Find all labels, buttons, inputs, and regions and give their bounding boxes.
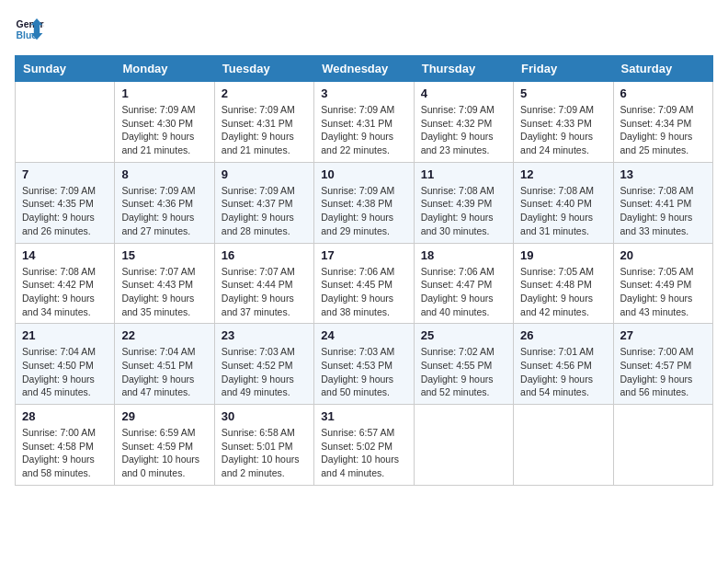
calendar-cell: 10Sunrise: 7:09 AM Sunset: 4:38 PM Dayli… <box>314 162 414 243</box>
day-info: Sunrise: 7:09 AM Sunset: 4:31 PM Dayligh… <box>321 103 406 157</box>
day-info: Sunrise: 6:58 AM Sunset: 5:01 PM Dayligh… <box>222 426 307 480</box>
day-number: 18 <box>421 248 506 262</box>
day-info: Sunrise: 7:00 AM Sunset: 4:57 PM Dayligh… <box>620 345 706 399</box>
calendar-week-row: 1Sunrise: 7:09 AM Sunset: 4:30 PM Daylig… <box>16 82 713 163</box>
day-info: Sunrise: 7:04 AM Sunset: 4:51 PM Dayligh… <box>121 345 207 399</box>
weekday-header-monday: Monday <box>115 56 214 82</box>
day-number: 10 <box>321 167 406 181</box>
day-number: 16 <box>222 248 307 262</box>
page-header: General Blue <box>15 15 713 44</box>
logo: General Blue <box>15 15 44 44</box>
day-info: Sunrise: 7:08 AM Sunset: 4:39 PM Dayligh… <box>421 184 506 238</box>
calendar-cell: 6Sunrise: 7:09 AM Sunset: 4:34 PM Daylig… <box>613 82 712 163</box>
day-number: 27 <box>620 328 706 342</box>
calendar-cell: 19Sunrise: 7:05 AM Sunset: 4:48 PM Dayli… <box>514 243 613 324</box>
calendar-cell: 23Sunrise: 7:03 AM Sunset: 4:52 PM Dayli… <box>214 324 313 405</box>
day-number: 30 <box>222 409 307 423</box>
day-info: Sunrise: 7:08 AM Sunset: 4:42 PM Dayligh… <box>22 265 108 319</box>
weekday-header-thursday: Thursday <box>414 56 513 82</box>
day-info: Sunrise: 7:07 AM Sunset: 4:43 PM Dayligh… <box>121 265 207 319</box>
day-number: 28 <box>22 409 108 423</box>
calendar-cell: 15Sunrise: 7:07 AM Sunset: 4:43 PM Dayli… <box>115 243 214 324</box>
day-info: Sunrise: 7:09 AM Sunset: 4:37 PM Dayligh… <box>222 184 307 238</box>
day-number: 21 <box>22 328 108 342</box>
day-info: Sunrise: 7:09 AM Sunset: 4:34 PM Dayligh… <box>620 103 706 157</box>
day-info: Sunrise: 7:03 AM Sunset: 4:53 PM Dayligh… <box>321 345 406 399</box>
calendar-week-row: 28Sunrise: 7:00 AM Sunset: 4:58 PM Dayli… <box>16 405 713 486</box>
calendar-cell: 24Sunrise: 7:03 AM Sunset: 4:53 PM Dayli… <box>314 324 414 405</box>
day-number: 23 <box>222 328 307 342</box>
day-info: Sunrise: 7:07 AM Sunset: 4:44 PM Dayligh… <box>222 265 307 319</box>
weekday-header-wednesday: Wednesday <box>314 56 414 82</box>
calendar-cell: 14Sunrise: 7:08 AM Sunset: 4:42 PM Dayli… <box>16 243 115 324</box>
day-number: 17 <box>321 248 406 262</box>
calendar-table: SundayMondayTuesdayWednesdayThursdayFrid… <box>15 55 713 486</box>
day-info: Sunrise: 7:04 AM Sunset: 4:50 PM Dayligh… <box>22 345 108 399</box>
day-info: Sunrise: 7:09 AM Sunset: 4:36 PM Dayligh… <box>121 184 207 238</box>
calendar-cell: 26Sunrise: 7:01 AM Sunset: 4:56 PM Dayli… <box>514 324 613 405</box>
calendar-cell: 29Sunrise: 6:59 AM Sunset: 4:59 PM Dayli… <box>115 405 214 486</box>
calendar-cell: 20Sunrise: 7:05 AM Sunset: 4:49 PM Dayli… <box>613 243 712 324</box>
day-number: 11 <box>421 167 506 181</box>
day-info: Sunrise: 7:08 AM Sunset: 4:40 PM Dayligh… <box>520 184 606 238</box>
day-info: Sunrise: 7:09 AM Sunset: 4:31 PM Dayligh… <box>222 103 307 157</box>
logo-icon: General Blue <box>15 15 44 44</box>
day-number: 19 <box>520 248 606 262</box>
calendar-cell: 9Sunrise: 7:09 AM Sunset: 4:37 PM Daylig… <box>214 162 313 243</box>
day-info: Sunrise: 7:02 AM Sunset: 4:55 PM Dayligh… <box>421 345 506 399</box>
day-info: Sunrise: 6:59 AM Sunset: 4:59 PM Dayligh… <box>121 426 207 480</box>
day-info: Sunrise: 7:09 AM Sunset: 4:30 PM Dayligh… <box>121 103 207 157</box>
day-number: 7 <box>22 167 108 181</box>
day-info: Sunrise: 7:05 AM Sunset: 4:49 PM Dayligh… <box>620 265 706 319</box>
calendar-cell: 11Sunrise: 7:08 AM Sunset: 4:39 PM Dayli… <box>414 162 513 243</box>
weekday-header-saturday: Saturday <box>613 56 712 82</box>
day-number: 4 <box>421 86 506 100</box>
calendar-cell: 7Sunrise: 7:09 AM Sunset: 4:35 PM Daylig… <box>16 162 115 243</box>
day-number: 29 <box>121 409 207 423</box>
day-number: 24 <box>321 328 406 342</box>
day-number: 31 <box>321 409 406 423</box>
day-number: 8 <box>121 167 207 181</box>
calendar-cell: 25Sunrise: 7:02 AM Sunset: 4:55 PM Dayli… <box>414 324 513 405</box>
day-info: Sunrise: 6:57 AM Sunset: 5:02 PM Dayligh… <box>321 426 406 480</box>
calendar-cell: 2Sunrise: 7:09 AM Sunset: 4:31 PM Daylig… <box>214 82 313 163</box>
day-info: Sunrise: 7:03 AM Sunset: 4:52 PM Dayligh… <box>222 345 307 399</box>
calendar-cell: 18Sunrise: 7:06 AM Sunset: 4:47 PM Dayli… <box>414 243 513 324</box>
calendar-cell: 4Sunrise: 7:09 AM Sunset: 4:32 PM Daylig… <box>414 82 513 163</box>
day-number: 13 <box>620 167 706 181</box>
day-info: Sunrise: 7:06 AM Sunset: 4:47 PM Dayligh… <box>421 265 506 319</box>
calendar-cell: 21Sunrise: 7:04 AM Sunset: 4:50 PM Dayli… <box>16 324 115 405</box>
day-info: Sunrise: 7:06 AM Sunset: 4:45 PM Dayligh… <box>321 265 406 319</box>
day-number: 20 <box>620 248 706 262</box>
day-info: Sunrise: 7:00 AM Sunset: 4:58 PM Dayligh… <box>22 426 108 480</box>
day-info: Sunrise: 7:09 AM Sunset: 4:32 PM Dayligh… <box>421 103 506 157</box>
day-info: Sunrise: 7:09 AM Sunset: 4:33 PM Dayligh… <box>520 103 606 157</box>
day-number: 12 <box>520 167 606 181</box>
day-info: Sunrise: 7:05 AM Sunset: 4:48 PM Dayligh… <box>520 265 606 319</box>
day-number: 2 <box>222 86 307 100</box>
day-info: Sunrise: 7:08 AM Sunset: 4:41 PM Dayligh… <box>620 184 706 238</box>
calendar-cell: 8Sunrise: 7:09 AM Sunset: 4:36 PM Daylig… <box>115 162 214 243</box>
day-number: 25 <box>421 328 506 342</box>
calendar-cell: 5Sunrise: 7:09 AM Sunset: 4:33 PM Daylig… <box>514 82 613 163</box>
calendar-cell <box>16 82 115 163</box>
day-number: 1 <box>121 86 207 100</box>
day-info: Sunrise: 7:01 AM Sunset: 4:56 PM Dayligh… <box>520 345 606 399</box>
calendar-cell <box>414 405 513 486</box>
day-number: 15 <box>121 248 207 262</box>
day-number: 26 <box>520 328 606 342</box>
calendar-cell: 3Sunrise: 7:09 AM Sunset: 4:31 PM Daylig… <box>314 82 414 163</box>
calendar-cell: 31Sunrise: 6:57 AM Sunset: 5:02 PM Dayli… <box>314 405 414 486</box>
day-number: 6 <box>620 86 706 100</box>
calendar-cell: 28Sunrise: 7:00 AM Sunset: 4:58 PM Dayli… <box>16 405 115 486</box>
calendar-cell: 30Sunrise: 6:58 AM Sunset: 5:01 PM Dayli… <box>214 405 313 486</box>
day-number: 14 <box>22 248 108 262</box>
calendar-cell: 12Sunrise: 7:08 AM Sunset: 4:40 PM Dayli… <box>514 162 613 243</box>
calendar-cell: 16Sunrise: 7:07 AM Sunset: 4:44 PM Dayli… <box>214 243 313 324</box>
weekday-header-tuesday: Tuesday <box>214 56 313 82</box>
calendar-cell <box>514 405 613 486</box>
weekday-header-friday: Friday <box>514 56 613 82</box>
calendar-cell: 1Sunrise: 7:09 AM Sunset: 4:30 PM Daylig… <box>115 82 214 163</box>
day-number: 3 <box>321 86 406 100</box>
calendar-week-row: 21Sunrise: 7:04 AM Sunset: 4:50 PM Dayli… <box>16 324 713 405</box>
